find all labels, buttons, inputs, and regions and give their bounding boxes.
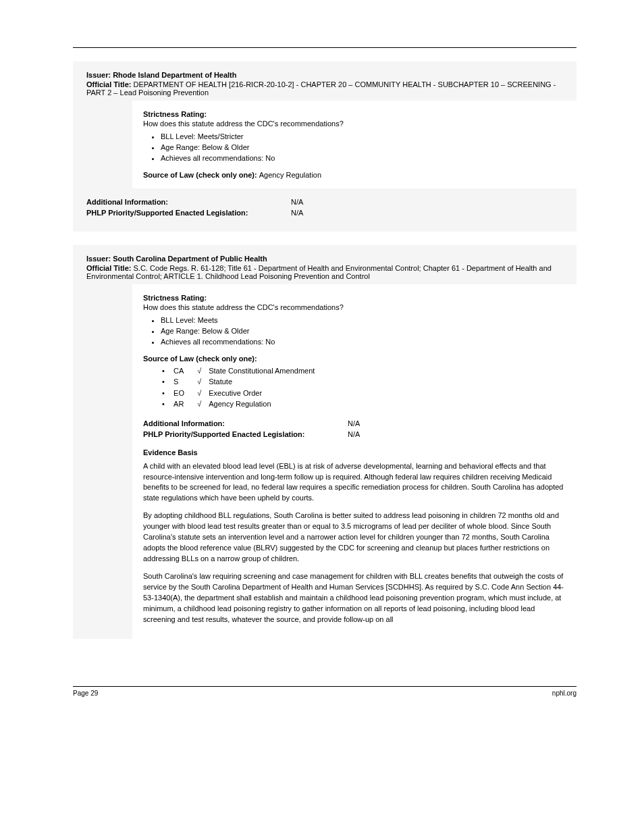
info-value: N/A bbox=[348, 419, 360, 427]
official-title-value: DEPARTMENT OF HEALTH [216-RICR-20-10-2] … bbox=[86, 80, 556, 97]
page-number: Page 29 bbox=[73, 689, 98, 697]
official-title-value: S.C. Code Regs. R. 61-128; Title 61 - De… bbox=[86, 264, 552, 280]
additional-info-row: Additional Information: N/A bbox=[143, 419, 566, 427]
issuer-value: Rhode Island Department of Health bbox=[113, 71, 236, 79]
bullet-icon: • bbox=[162, 365, 171, 377]
official-title-line: Official Title: S.C. Code Regs. R. 61-12… bbox=[86, 264, 563, 280]
list-item: Age Range: Below & Older bbox=[161, 142, 566, 153]
source-label: Source of Law (check only one): bbox=[143, 171, 257, 179]
strictness-sub: How does this statute address the CDC's … bbox=[143, 303, 566, 311]
bullet-icon: • bbox=[162, 376, 171, 388]
bullet-icon: • bbox=[162, 388, 171, 399]
issuer-line: Issuer: South Carolina Department of Pub… bbox=[86, 255, 563, 263]
source-name: Agency Regulation bbox=[209, 398, 271, 410]
list-item: Age Range: Below & Older bbox=[161, 326, 566, 337]
source-name: State Constitutional Amendment bbox=[209, 365, 315, 377]
entry-box-rhode-island: Issuer: Rhode Island Department of Healt… bbox=[73, 61, 576, 232]
check-icon: √ bbox=[197, 376, 207, 388]
official-title-line: Official Title: DEPARTMENT OF HEALTH [21… bbox=[86, 80, 563, 97]
evidence-paragraph: A child with an elevated blood lead leve… bbox=[143, 461, 566, 504]
issuer-value: South Carolina Department of Public Heal… bbox=[113, 255, 267, 263]
top-rule bbox=[73, 47, 576, 48]
source-value: Agency Regulation bbox=[259, 171, 321, 179]
source-option: • AR √ Agency Regulation bbox=[162, 398, 566, 410]
entry-body: Strictness Rating: How does this statute… bbox=[132, 101, 576, 188]
check-icon: √ bbox=[197, 365, 207, 377]
strictness-list: BLL Level: Meets Age Range: Below & Olde… bbox=[161, 315, 566, 348]
check-icon: √ bbox=[197, 398, 207, 410]
entry-box-south-carolina: Issuer: South Carolina Department of Pub… bbox=[73, 245, 576, 639]
source-option: • S √ Statute bbox=[162, 376, 566, 388]
act-label: PHLP Priority/Supported Enacted Legislat… bbox=[143, 430, 346, 438]
strictness-heading: Strictness Rating: bbox=[143, 294, 566, 302]
issuer-label: Issuer: bbox=[86, 255, 111, 263]
source-code: AR bbox=[173, 398, 195, 410]
page-footer: Page 29 nphl.org bbox=[73, 689, 576, 697]
legislation-row: PHLP Priority/Supported Enacted Legislat… bbox=[143, 430, 566, 438]
evidence-title: Evidence Basis bbox=[143, 448, 566, 459]
footer-site: nphl.org bbox=[552, 689, 576, 697]
list-item: Achieves all recommendations: No bbox=[161, 153, 566, 164]
source-options: • CA √ State Constitutional Amendment • … bbox=[162, 365, 566, 410]
list-item: BLL Level: Meets/Stricter bbox=[161, 132, 566, 142]
bottom-rule bbox=[73, 686, 576, 687]
strictness-heading: Strictness Rating: bbox=[143, 110, 566, 118]
check-icon: √ bbox=[197, 388, 207, 399]
evidence-paragraph: By adopting childhood BLL regulations, S… bbox=[143, 511, 566, 565]
info-value: N/A bbox=[291, 198, 303, 206]
source-of-law-line: Source of Law (check only one): Agency R… bbox=[143, 171, 566, 179]
act-label: PHLP Priority/Supported Enacted Legislat… bbox=[86, 209, 289, 217]
source-name: Statute bbox=[209, 376, 232, 388]
list-item: Achieves all recommendations: No bbox=[161, 337, 566, 348]
list-item: BLL Level: Meets bbox=[161, 315, 566, 326]
info-label: Additional Information: bbox=[143, 419, 346, 427]
issuer-label: Issuer: bbox=[86, 71, 111, 79]
act-value: N/A bbox=[291, 209, 303, 217]
issuer-line: Issuer: Rhode Island Department of Healt… bbox=[86, 71, 563, 79]
strictness-sub: How does this statute address the CDC's … bbox=[143, 120, 566, 128]
entry-closer: Additional Information: N/A PHLP Priorit… bbox=[73, 188, 576, 232]
evidence-basis: Evidence Basis A child with an elevated … bbox=[143, 448, 566, 625]
source-option: • CA √ State Constitutional Amendment bbox=[162, 365, 566, 377]
info-label: Additional Information: bbox=[86, 198, 289, 206]
source-of-law-heading: Source of Law (check only one): bbox=[143, 355, 566, 363]
official-title-label: Official Title: bbox=[86, 264, 131, 272]
source-option: • EO √ Executive Order bbox=[162, 388, 566, 399]
legislation-row: PHLP Priority/Supported Enacted Legislat… bbox=[86, 209, 563, 217]
bullet-icon: • bbox=[162, 398, 171, 410]
additional-info-row: Additional Information: N/A bbox=[86, 198, 563, 206]
entry-body: Strictness Rating: How does this statute… bbox=[132, 284, 576, 639]
source-name: Executive Order bbox=[209, 388, 262, 399]
source-code: EO bbox=[173, 388, 195, 399]
entry-header: Issuer: South Carolina Department of Pub… bbox=[73, 245, 576, 284]
strictness-list: BLL Level: Meets/Stricter Age Range: Bel… bbox=[161, 132, 566, 164]
entry-header: Issuer: Rhode Island Department of Healt… bbox=[73, 61, 576, 101]
official-title-label: Official Title: bbox=[86, 80, 131, 88]
source-code: S bbox=[173, 376, 195, 388]
source-code: CA bbox=[173, 365, 195, 377]
evidence-paragraph: South Carolina's law requiring screening… bbox=[143, 571, 566, 625]
act-value: N/A bbox=[348, 430, 360, 438]
